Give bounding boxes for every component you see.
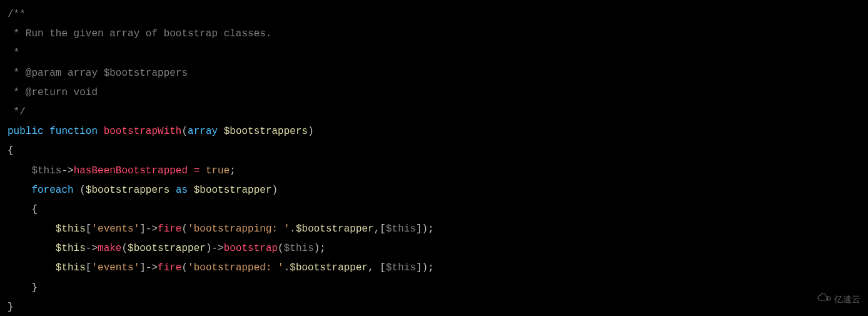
arrow-op: -> — [146, 262, 158, 273]
assign-op: = — [194, 165, 200, 176]
semicolon: ; — [230, 165, 236, 176]
comma: , — [374, 223, 380, 235]
var: $bootstrapper — [128, 243, 206, 254]
brace-close: } — [8, 302, 14, 313]
concat-op: . — [284, 262, 290, 273]
var: $bootstrapper — [290, 262, 368, 273]
arrow-op: -> — [61, 165, 73, 176]
comment-line: /** — [8, 9, 26, 20]
paren-close: ) — [422, 223, 428, 235]
semicolon: ; — [428, 262, 434, 273]
comment-line: * @return void — [8, 87, 98, 98]
paren-close: ) — [272, 185, 278, 196]
bracket-close: ] — [416, 223, 422, 235]
bracket-close: ] — [416, 262, 422, 273]
method-bootstrap: bootstrap — [224, 243, 278, 254]
brace-close: } — [31, 282, 38, 293]
paren-open: ( — [121, 243, 128, 254]
var: $bootstrapper — [296, 223, 374, 235]
string-literal: 'bootstrapped: ' — [188, 262, 284, 273]
svg-point-0 — [827, 297, 830, 300]
paren-open: ( — [278, 243, 284, 254]
loop-item-var: $bootstrapper — [194, 185, 272, 196]
paren-close: ) — [314, 243, 320, 254]
this-var: $this — [56, 243, 86, 254]
semicolon: ; — [428, 223, 434, 235]
method-fire: fire — [158, 262, 181, 273]
paren-close: ) — [422, 262, 428, 273]
paren-open: ( — [181, 262, 188, 273]
loop-var: $bootstrappers — [86, 185, 169, 196]
code-block: /** * Run the given array of bootstrap c… — [8, 5, 860, 316]
this-var: $this — [386, 223, 416, 235]
method-make: make — [98, 243, 121, 254]
keyword-as: as — [176, 185, 188, 196]
function-name: bootstrapWith — [104, 126, 182, 137]
paren-open: ( — [79, 185, 86, 196]
comment-line: * @param array $bootstrappers — [8, 68, 188, 79]
comma: , — [368, 262, 374, 273]
semicolon: ; — [320, 243, 326, 254]
comment-line: */ — [8, 106, 26, 118]
param-var: $bootstrappers — [224, 126, 308, 137]
arrow-op: -> — [146, 223, 158, 235]
keyword-public: public — [8, 126, 44, 137]
watermark-text: 亿速云 — [834, 292, 860, 308]
paren-close: ) — [308, 126, 314, 137]
cloud-icon — [817, 289, 832, 311]
arrow-op: -> — [86, 243, 98, 254]
comment-line: * — [8, 48, 19, 59]
concat-op: . — [290, 223, 296, 235]
arrow-op: -> — [211, 243, 223, 254]
this-var: $this — [31, 165, 61, 176]
watermark: 亿速云 — [817, 289, 860, 311]
brace-open: { — [8, 145, 14, 156]
this-var: $this — [386, 262, 416, 273]
type-array: array — [188, 126, 218, 137]
bracket-open: [ — [380, 262, 386, 273]
this-var: $this — [284, 243, 314, 254]
this-var: $this — [56, 262, 86, 273]
comment-line: * Run the given array of bootstrap class… — [8, 28, 271, 39]
keyword-function: function — [49, 126, 98, 137]
string-literal: 'bootstrapping: ' — [188, 223, 290, 235]
boolean-true: true — [206, 165, 230, 176]
brace-open: { — [31, 204, 38, 215]
bracket-close: ] — [139, 223, 146, 235]
bracket-open: [ — [86, 262, 92, 273]
paren-open: ( — [181, 126, 188, 137]
string-literal: 'events' — [91, 262, 139, 273]
keyword-foreach: foreach — [31, 185, 73, 196]
bracket-open: [ — [380, 223, 386, 235]
method-fire: fire — [158, 223, 181, 235]
bracket-close: ] — [139, 262, 146, 273]
this-var: $this — [56, 223, 86, 235]
paren-open: ( — [181, 223, 188, 235]
bracket-open: [ — [86, 223, 92, 235]
property: hasBeenBootstrapped — [74, 165, 188, 176]
string-literal: 'events' — [91, 223, 139, 235]
